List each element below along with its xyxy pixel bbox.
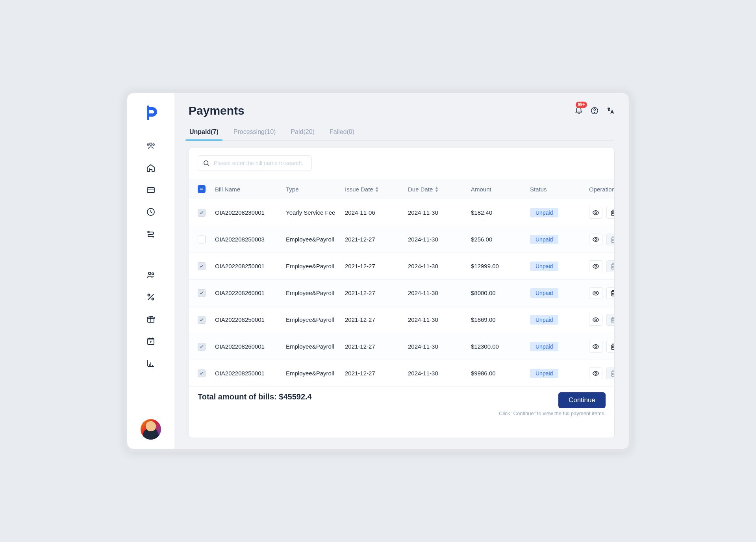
search-box[interactable] bbox=[198, 155, 312, 171]
cell-status: Unpaid bbox=[530, 235, 589, 244]
nav-calendar-icon[interactable] bbox=[145, 336, 156, 347]
header: Payments 99+ bbox=[189, 104, 615, 117]
view-button[interactable] bbox=[589, 234, 602, 245]
col-type: Type bbox=[286, 186, 345, 193]
row-checkbox[interactable] bbox=[198, 236, 206, 243]
table-row: OIA202208230001Yearly Service Fee2024-11… bbox=[189, 199, 614, 226]
nav-team-icon[interactable] bbox=[145, 140, 156, 151]
table-row: OIA202208250001Employee&Payroll2021-12-2… bbox=[189, 306, 614, 333]
cell-amount: $1869.00 bbox=[471, 316, 530, 323]
row-checkbox[interactable] bbox=[198, 262, 206, 270]
nav-chart-icon[interactable] bbox=[145, 358, 156, 369]
delete-button[interactable] bbox=[606, 207, 615, 219]
search-wrap bbox=[189, 148, 614, 175]
row-checkbox[interactable] bbox=[198, 369, 206, 377]
cell-type: Employee&Payroll bbox=[286, 369, 337, 377]
cell-due-date: 2024-11-30 bbox=[408, 343, 471, 350]
cell-issue-date: 2021-12-27 bbox=[345, 290, 408, 296]
view-button[interactable] bbox=[589, 260, 602, 272]
cell-amount: $8000.00 bbox=[471, 290, 530, 296]
cell-due-date: 2024-11-30 bbox=[408, 263, 471, 269]
row-checkbox[interactable] bbox=[198, 289, 206, 297]
svg-rect-4 bbox=[147, 187, 154, 193]
select-all-checkbox[interactable] bbox=[198, 185, 206, 193]
col-due-date[interactable]: Due Date ▲▼ bbox=[408, 186, 471, 193]
nav-percent-icon[interactable] bbox=[145, 291, 156, 303]
sidebar bbox=[127, 93, 174, 449]
svg-point-3 bbox=[153, 144, 154, 145]
search-input[interactable] bbox=[214, 160, 307, 166]
nav-card-icon[interactable] bbox=[145, 184, 156, 195]
app-frame: Payments 99+ Unpaid(7)Processing(10)Paid… bbox=[124, 90, 632, 452]
tab-3[interactable]: Failed(0) bbox=[329, 124, 355, 140]
tab-2[interactable]: Paid(20) bbox=[290, 124, 315, 140]
cell-amount: $182.40 bbox=[471, 209, 530, 216]
nav-route-icon[interactable] bbox=[145, 228, 156, 239]
nav-gift-icon[interactable] bbox=[145, 314, 156, 325]
cell-status: Unpaid bbox=[530, 315, 589, 325]
cell-due-date: 2024-11-30 bbox=[408, 316, 471, 323]
sort-icon: ▲▼ bbox=[375, 186, 379, 192]
svg-point-9 bbox=[152, 273, 154, 275]
row-checkbox[interactable] bbox=[198, 209, 206, 217]
cell-status: Unpaid bbox=[530, 288, 589, 298]
cell-issue-date: 2024-11-06 bbox=[345, 209, 408, 216]
avatar[interactable] bbox=[141, 419, 161, 440]
row-checkbox[interactable] bbox=[198, 343, 206, 351]
cell-due-date: 2024-11-30 bbox=[408, 290, 471, 296]
svg-point-11 bbox=[152, 298, 154, 300]
table-body: OIA202208230001Yearly Service Fee2024-11… bbox=[189, 199, 614, 387]
search-icon bbox=[203, 160, 210, 167]
cell-operation bbox=[589, 207, 615, 219]
cell-type: Employee&Payroll bbox=[286, 236, 337, 243]
translate-icon[interactable] bbox=[606, 106, 615, 115]
sort-icon: ▲▼ bbox=[434, 186, 439, 192]
view-button[interactable] bbox=[589, 341, 602, 353]
nav-clock-icon[interactable] bbox=[145, 206, 156, 217]
svg-rect-18 bbox=[200, 189, 203, 189]
nav-people-icon[interactable] bbox=[145, 269, 156, 280]
tab-1[interactable]: Processing(10) bbox=[233, 124, 277, 140]
header-icons: 99+ bbox=[574, 106, 615, 115]
view-button[interactable] bbox=[589, 368, 602, 379]
nav-items bbox=[145, 140, 156, 419]
cell-type: Employee&Payroll bbox=[286, 316, 337, 324]
cell-bill-name: OIA202208260001 bbox=[215, 290, 286, 296]
cell-amount: $12999.00 bbox=[471, 263, 530, 269]
cell-issue-date: 2021-12-27 bbox=[345, 236, 408, 243]
table-footer: Total amount of bills: $45592.4 Continue… bbox=[189, 387, 614, 422]
delete-button bbox=[606, 368, 615, 379]
cell-due-date: 2024-11-30 bbox=[408, 236, 471, 243]
col-amount: Amount bbox=[471, 186, 530, 193]
delete-button[interactable] bbox=[606, 287, 615, 299]
cell-amount: $9986.00 bbox=[471, 370, 530, 377]
cell-amount: $12300.00 bbox=[471, 343, 530, 350]
table-row: OIA202208260001Employee&Payroll2021-12-2… bbox=[189, 280, 614, 306]
svg-point-2 bbox=[147, 144, 149, 145]
delete-button bbox=[606, 314, 615, 326]
continue-button[interactable]: Continue bbox=[558, 392, 606, 408]
svg-point-17 bbox=[204, 161, 208, 165]
help-icon[interactable] bbox=[590, 106, 599, 115]
view-button[interactable] bbox=[589, 314, 602, 326]
view-button[interactable] bbox=[589, 207, 602, 219]
panel: Bill Name Type Issue Date ▲▼ Due Date ▲▼… bbox=[189, 148, 615, 438]
cell-issue-date: 2021-12-27 bbox=[345, 263, 408, 269]
svg-point-8 bbox=[148, 272, 151, 275]
view-button[interactable] bbox=[589, 287, 602, 299]
cell-type: Employee&Payroll bbox=[286, 343, 337, 351]
svg-rect-0 bbox=[147, 106, 149, 108]
row-checkbox[interactable] bbox=[198, 316, 206, 324]
delete-button[interactable] bbox=[606, 341, 615, 353]
cell-bill-name: OIA202208250001 bbox=[215, 263, 286, 269]
table-header: Bill Name Type Issue Date ▲▼ Due Date ▲▼… bbox=[189, 179, 614, 199]
nav-home-icon[interactable] bbox=[145, 162, 156, 173]
bell-icon[interactable]: 99+ bbox=[574, 106, 583, 115]
tab-0[interactable]: Unpaid(7) bbox=[189, 124, 219, 140]
cell-issue-date: 2021-12-27 bbox=[345, 316, 408, 323]
continue-hint: Click "Continue" to view the full paymen… bbox=[499, 410, 606, 416]
col-issue-date[interactable]: Issue Date ▲▼ bbox=[345, 186, 408, 193]
table-row: OIA202208250001Employee&Payroll2021-12-2… bbox=[189, 253, 614, 280]
cell-status: Unpaid bbox=[530, 369, 589, 378]
cell-type: Employee&Payroll bbox=[286, 262, 337, 270]
